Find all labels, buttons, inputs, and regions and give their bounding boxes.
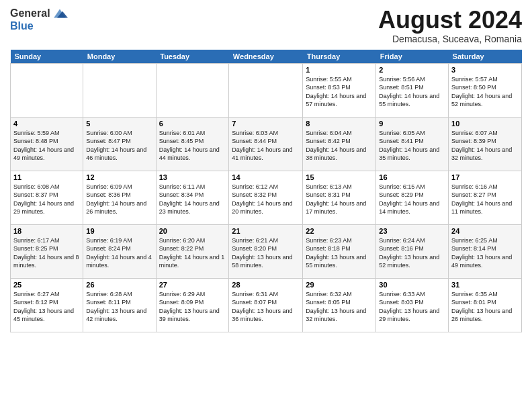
day-number: 2 [379,66,445,74]
day-cell: 11Sunrise: 6:08 AM Sunset: 8:37 PM Dayli… [11,171,83,224]
day-info: Sunrise: 6:23 AM Sunset: 8:18 PM Dayligh… [306,236,373,270]
col-saturday: Saturday [449,50,522,64]
day-cell: 17Sunrise: 6:16 AM Sunset: 8:27 PM Dayli… [449,171,522,224]
day-number: 19 [86,227,152,235]
day-number: 4 [13,120,80,128]
day-cell: 1Sunrise: 5:55 AM Sunset: 8:53 PM Daylig… [303,63,376,117]
col-wednesday: Wednesday [229,50,303,64]
col-monday: Monday [83,50,156,64]
day-number: 10 [451,120,519,128]
day-cell: 3Sunrise: 5:57 AM Sunset: 8:50 PM Daylig… [449,63,522,117]
subtitle: Demacusa, Suceava, Romania [378,34,522,44]
day-number: 14 [232,173,300,181]
day-cell: 8Sunrise: 6:04 AM Sunset: 8:42 PM Daylig… [303,117,376,171]
day-info: Sunrise: 6:20 AM Sunset: 8:22 PM Dayligh… [159,236,226,270]
day-info: Sunrise: 5:57 AM Sunset: 8:50 PM Dayligh… [451,75,519,109]
day-number: 16 [379,173,445,181]
day-info: Sunrise: 5:56 AM Sunset: 8:51 PM Dayligh… [379,75,445,109]
day-cell: 31Sunrise: 6:35 AM Sunset: 8:01 PM Dayli… [449,278,522,332]
day-cell: 23Sunrise: 6:24 AM Sunset: 8:16 PM Dayli… [376,224,449,278]
week-row-3: 11Sunrise: 6:08 AM Sunset: 8:37 PM Dayli… [11,171,522,224]
title-section: August 2024 Demacusa, Suceava, Romania [378,7,522,44]
day-info: Sunrise: 6:16 AM Sunset: 8:27 PM Dayligh… [451,183,519,216]
day-number: 27 [159,281,226,289]
page: General Blue August 2024 Demacusa, Sucea… [0,0,532,411]
day-number: 8 [306,120,373,128]
day-cell: 29Sunrise: 6:32 AM Sunset: 8:05 PM Dayli… [303,278,376,332]
day-info: Sunrise: 6:08 AM Sunset: 8:37 PM Dayligh… [13,183,80,216]
day-number: 17 [451,173,519,181]
day-info: Sunrise: 6:09 AM Sunset: 8:36 PM Dayligh… [86,183,152,216]
day-number: 26 [86,281,152,289]
day-info: Sunrise: 6:21 AM Sunset: 8:20 PM Dayligh… [232,236,300,270]
day-number: 23 [379,227,445,235]
day-cell: 24Sunrise: 6:25 AM Sunset: 8:14 PM Dayli… [449,224,522,278]
week-row-4: 18Sunrise: 6:17 AM Sunset: 8:25 PM Dayli… [11,224,522,278]
day-cell: 6Sunrise: 6:01 AM Sunset: 8:45 PM Daylig… [156,117,229,171]
calendar-body: 1Sunrise: 5:55 AM Sunset: 8:53 PM Daylig… [11,63,522,332]
day-number: 1 [306,66,373,74]
day-info: Sunrise: 6:29 AM Sunset: 8:09 PM Dayligh… [159,290,226,324]
day-number: 6 [159,120,226,128]
day-info: Sunrise: 6:24 AM Sunset: 8:16 PM Dayligh… [379,236,445,270]
day-info: Sunrise: 6:00 AM Sunset: 8:47 PM Dayligh… [86,129,152,163]
day-cell: 26Sunrise: 6:28 AM Sunset: 8:11 PM Dayli… [83,278,156,332]
day-number: 21 [232,227,300,235]
col-friday: Friday [376,50,449,64]
day-number: 3 [451,66,519,74]
day-info: Sunrise: 6:05 AM Sunset: 8:41 PM Dayligh… [379,129,445,163]
day-info: Sunrise: 5:55 AM Sunset: 8:53 PM Dayligh… [306,75,373,109]
day-info: Sunrise: 6:17 AM Sunset: 8:25 PM Dayligh… [13,236,80,270]
day-number: 11 [13,173,80,181]
day-cell: 30Sunrise: 6:33 AM Sunset: 8:03 PM Dayli… [376,278,449,332]
day-info: Sunrise: 6:15 AM Sunset: 8:29 PM Dayligh… [379,183,445,216]
day-info: Sunrise: 6:04 AM Sunset: 8:42 PM Dayligh… [306,129,373,163]
day-cell: 20Sunrise: 6:20 AM Sunset: 8:22 PM Dayli… [156,224,229,278]
day-number: 7 [232,120,300,128]
col-thursday: Thursday [303,50,376,64]
day-cell: 10Sunrise: 6:07 AM Sunset: 8:39 PM Dayli… [449,117,522,171]
day-info: Sunrise: 6:28 AM Sunset: 8:11 PM Dayligh… [86,290,152,324]
day-cell: 16Sunrise: 6:15 AM Sunset: 8:29 PM Dayli… [376,171,449,224]
day-info: Sunrise: 6:33 AM Sunset: 8:03 PM Dayligh… [379,290,445,324]
day-cell: 25Sunrise: 6:27 AM Sunset: 8:12 PM Dayli… [11,278,83,332]
week-row-1: 1Sunrise: 5:55 AM Sunset: 8:53 PM Daylig… [11,63,522,117]
day-info: Sunrise: 6:27 AM Sunset: 8:12 PM Dayligh… [13,290,80,324]
week-row-5: 25Sunrise: 6:27 AM Sunset: 8:12 PM Dayli… [11,278,522,332]
day-number: 18 [13,227,80,235]
day-info: Sunrise: 6:07 AM Sunset: 8:39 PM Dayligh… [451,129,519,163]
day-number: 24 [451,227,519,235]
day-info: Sunrise: 6:25 AM Sunset: 8:14 PM Dayligh… [451,236,519,270]
logo-icon [52,7,68,20]
day-cell: 22Sunrise: 6:23 AM Sunset: 8:18 PM Dayli… [303,224,376,278]
day-number: 29 [306,281,373,289]
header-row: Sunday Monday Tuesday Wednesday Thursday… [11,50,522,64]
day-number: 12 [86,173,152,181]
day-cell: 2Sunrise: 5:56 AM Sunset: 8:51 PM Daylig… [376,63,449,117]
day-cell: 9Sunrise: 6:05 AM Sunset: 8:41 PM Daylig… [376,117,449,171]
day-cell: 19Sunrise: 6:19 AM Sunset: 8:24 PM Dayli… [83,224,156,278]
day-cell: 15Sunrise: 6:13 AM Sunset: 8:31 PM Dayli… [303,171,376,224]
day-cell: 12Sunrise: 6:09 AM Sunset: 8:36 PM Dayli… [83,171,156,224]
month-title: August 2024 [378,7,522,34]
logo-general: General [10,7,50,19]
day-number: 31 [451,281,519,289]
day-cell: 21Sunrise: 6:21 AM Sunset: 8:20 PM Dayli… [229,224,303,278]
day-number: 15 [306,173,373,181]
day-cell: 14Sunrise: 6:12 AM Sunset: 8:32 PM Dayli… [229,171,303,224]
day-number: 30 [379,281,445,289]
day-info: Sunrise: 6:13 AM Sunset: 8:31 PM Dayligh… [306,183,373,216]
day-cell: 4Sunrise: 5:59 AM Sunset: 8:48 PM Daylig… [11,117,83,171]
day-info: Sunrise: 6:35 AM Sunset: 8:01 PM Dayligh… [451,290,519,324]
day-number: 25 [13,281,80,289]
day-info: Sunrise: 6:03 AM Sunset: 8:44 PM Dayligh… [232,129,300,163]
day-number: 9 [379,120,445,128]
day-info: Sunrise: 6:31 AM Sunset: 8:07 PM Dayligh… [232,290,300,324]
day-info: Sunrise: 6:32 AM Sunset: 8:05 PM Dayligh… [306,290,373,324]
day-number: 13 [159,173,226,181]
day-number: 20 [159,227,226,235]
day-number: 5 [86,120,152,128]
day-cell: 13Sunrise: 6:11 AM Sunset: 8:34 PM Dayli… [156,171,229,224]
day-cell [11,63,83,117]
day-cell: 28Sunrise: 6:31 AM Sunset: 8:07 PM Dayli… [229,278,303,332]
